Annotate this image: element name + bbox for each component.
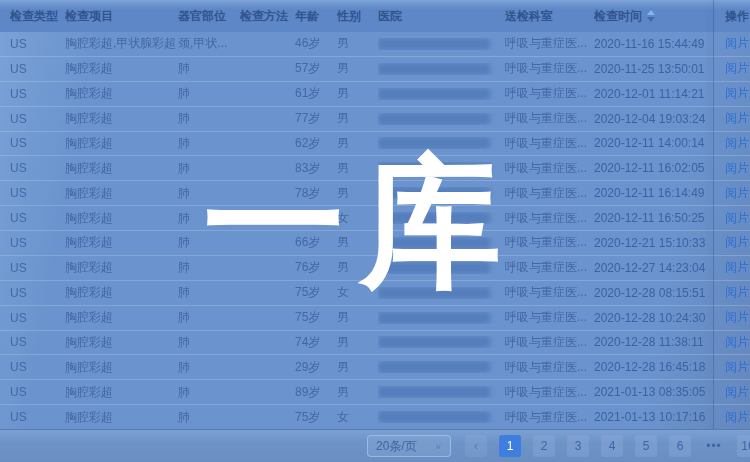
cell-exam-item: 胸腔彩超 (65, 85, 178, 102)
cell-action: 阅片 (725, 210, 750, 227)
view-images-link[interactable]: 阅片 (725, 61, 749, 75)
table-row: US胸腔彩超肺29岁男呼吸与重症医...2020-12-28 16:45:18阅… (0, 355, 750, 380)
cell-age: 66岁 (295, 234, 337, 251)
cell-exam-time: 2021-01-13 08:35:05 (594, 385, 725, 399)
cell-department: 呼吸与重症医... (505, 210, 594, 227)
cell-age: 75岁 (295, 284, 337, 301)
table-row: US胸腔彩超肺74岁男呼吸与重症医...2020-12-28 11:38:11阅… (0, 331, 750, 356)
page-ellipsis-button[interactable]: ••• (703, 435, 725, 457)
view-images-link[interactable]: 阅片 (725, 36, 749, 50)
cell-gender: 女 (337, 409, 378, 426)
view-images-link[interactable]: 阅片 (725, 260, 749, 274)
hospital-redacted-block (378, 88, 490, 100)
cell-hospital (378, 312, 505, 324)
view-images-link[interactable]: 阅片 (725, 410, 749, 424)
cell-department: 呼吸与重症医... (505, 85, 594, 102)
cell-department: 呼吸与重症医... (505, 284, 594, 301)
cell-exam-time: 2020-12-28 11:38:11 (594, 335, 725, 349)
cell-department: 呼吸与重症医... (505, 160, 594, 177)
view-images-link[interactable]: 阅片 (725, 360, 749, 374)
table-row: US胸腔彩超肺78岁男呼吸与重症医...2020-12-11 16:14:49阅… (0, 181, 750, 206)
col-header-item: 检查项目 (65, 8, 178, 25)
table-row: US胸腔彩超肺89岁男呼吸与重症医...2021-01-13 08:35:05阅… (0, 380, 750, 405)
cell-gender: 男 (337, 309, 378, 326)
cell-age: 74岁 (295, 334, 337, 351)
view-images-link[interactable]: 阅片 (725, 335, 749, 349)
cell-body-part: 肺 (178, 309, 240, 326)
cell-hospital (378, 411, 505, 423)
hospital-redacted-block (378, 63, 490, 75)
view-images-link[interactable]: 阅片 (725, 310, 749, 324)
view-images-link[interactable]: 阅片 (725, 385, 749, 399)
cell-exam-time: 2020-12-21 15:10:33 (594, 236, 725, 250)
cell-gender: 男 (337, 359, 378, 376)
cell-exam-type: US (10, 112, 65, 126)
view-images-link[interactable]: 阅片 (725, 86, 749, 100)
table-row: US胸腔彩超肺61岁男呼吸与重症医...2020-12-01 11:14:21阅… (0, 82, 750, 107)
cell-department: 呼吸与重症医... (505, 185, 594, 202)
page-button-5[interactable]: 5 (635, 435, 657, 457)
col-header-label: 操作 (725, 9, 749, 23)
cell-exam-type: US (10, 286, 65, 300)
cell-exam-item: 胸腔彩超 (65, 259, 178, 276)
cell-exam-item: 胸腔彩超 (65, 359, 178, 376)
page-button-6[interactable]: 6 (669, 435, 691, 457)
cell-exam-time: 2020-12-28 08:15:51 (594, 286, 725, 300)
cell-department: 呼吸与重症医... (505, 409, 594, 426)
table-row: US胸腔彩超肺76岁女呼吸与重症医...2020-12-11 16:50:25阅… (0, 206, 750, 231)
view-images-link[interactable]: 阅片 (725, 186, 749, 200)
cell-action: 阅片 (725, 334, 750, 351)
page-button-16[interactable]: 16 (737, 435, 750, 457)
view-images-link[interactable]: 阅片 (725, 136, 749, 150)
cell-gender: 男 (337, 234, 378, 251)
page-button-1[interactable]: 1 (499, 435, 521, 457)
col-header-label: 送检科室 (505, 9, 553, 23)
col-header-label: 检查时间 (594, 9, 642, 23)
cell-gender: 男 (337, 384, 378, 401)
hospital-redacted-block (378, 137, 490, 149)
cell-exam-item: 胸腔彩超 (65, 284, 178, 301)
cell-action: 阅片 (725, 135, 750, 152)
cell-exam-type: US (10, 211, 65, 225)
col-header-time[interactable]: 检查时间 (594, 8, 725, 25)
view-images-link[interactable]: 阅片 (725, 161, 749, 175)
cell-exam-type: US (10, 161, 65, 175)
hospital-redacted-block (378, 162, 490, 174)
cell-exam-type: US (10, 37, 65, 51)
cell-exam-type: US (10, 186, 65, 200)
cell-department: 呼吸与重症医... (505, 60, 594, 77)
col-header-hospital: 医院 (378, 8, 505, 25)
view-images-link[interactable]: 阅片 (725, 285, 749, 299)
cell-exam-item: 胸腔彩超 (65, 60, 178, 77)
view-images-link[interactable]: 阅片 (725, 211, 749, 225)
cell-exam-time: 2020-12-11 16:14:49 (594, 186, 725, 200)
cell-hospital (378, 187, 505, 199)
sort-caret-icon[interactable] (647, 10, 655, 22)
cell-hospital (378, 88, 505, 100)
page-size-select[interactable]: 20条/页 ∨ (367, 435, 451, 457)
prev-page-button[interactable]: ‹ (465, 435, 487, 457)
cell-body-part: 颈,甲状... (178, 35, 240, 52)
cell-exam-item: 胸腔彩超 (65, 110, 178, 127)
cell-body-part: 肺 (178, 210, 240, 227)
page-button-4[interactable]: 4 (601, 435, 623, 457)
col-header-department: 送检科室 (505, 8, 594, 25)
view-images-link[interactable]: 阅片 (725, 111, 749, 125)
col-header-label: 医院 (378, 9, 402, 23)
hospital-redacted-block (378, 312, 490, 324)
cell-gender: 男 (337, 259, 378, 276)
cell-hospital (378, 262, 505, 274)
col-header-label: 检查项目 (65, 9, 113, 23)
page-button-2[interactable]: 2 (533, 435, 555, 457)
cell-exam-item: 胸腔彩超 (65, 210, 178, 227)
table-row: US胸腔彩超肺77岁男呼吸与重症医...2020-12-04 19:03:24阅… (0, 107, 750, 132)
view-images-link[interactable]: 阅片 (725, 235, 749, 249)
chevron-down-icon: ∨ (435, 442, 442, 451)
col-header-label: 检查方法 (240, 9, 288, 23)
cell-hospital (378, 287, 505, 299)
col-header-label: 性别 (337, 9, 361, 23)
page-button-3[interactable]: 3 (567, 435, 589, 457)
cell-action: 阅片 (725, 110, 750, 127)
col-header-age: 年龄 (295, 8, 337, 25)
cell-body-part: 肺 (178, 359, 240, 376)
